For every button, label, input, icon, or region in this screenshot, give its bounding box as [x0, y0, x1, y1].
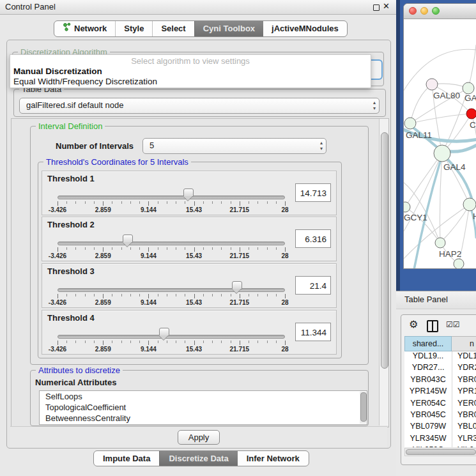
- tab-infer-network[interactable]: Infer Network: [238, 451, 309, 466]
- close-traffic-light-icon[interactable]: [409, 7, 417, 15]
- slider-thumb[interactable]: [159, 328, 169, 336]
- threshold-3-slider[interactable]: -3.4262.8599.14415.4321.71528: [58, 264, 285, 307]
- tick-label: -3.426: [49, 206, 66, 213]
- cell-name[interactable]: YBR0: [452, 410, 476, 422]
- tick-label: 9.144: [141, 252, 157, 259]
- cell-name[interactable]: YER0: [452, 399, 476, 410]
- table-row[interactable]: YBL079WYBL0: [404, 422, 476, 433]
- cell-shared-name[interactable]: YIL052C: [404, 445, 452, 447]
- apply-button[interactable]: Apply: [178, 430, 220, 445]
- cell-shared-name[interactable]: YDR27...: [404, 363, 452, 374]
- cell-shared-name[interactable]: YDL19...: [404, 351, 452, 363]
- cell-name[interactable]: YIL0: [452, 445, 474, 447]
- cell-name[interactable]: YBR0: [452, 375, 476, 387]
- slider-tick: [85, 294, 86, 296]
- slider-tick: [58, 341, 58, 345]
- network-node[interactable]: [435, 238, 445, 248]
- network-node[interactable]: [463, 198, 476, 211]
- tab-select[interactable]: Select: [152, 21, 194, 36]
- slider-thumb[interactable]: [183, 188, 194, 197]
- vertical-scrollbar[interactable]: [379, 119, 388, 426]
- network-node[interactable]: [466, 109, 476, 119]
- slider-tick: [285, 201, 286, 206]
- cell-shared-name[interactable]: YBR043C: [404, 375, 452, 387]
- list-item[interactable]: SelfLoops: [45, 392, 82, 401]
- cell-name[interactable]: YBL0: [452, 422, 476, 433]
- table-data-combobox[interactable]: galFiltered.sif default node ▴▾: [19, 98, 380, 114]
- tab-cyni-toolbox[interactable]: Cyni Toolbox: [194, 21, 263, 36]
- cell-shared-name[interactable]: YER054C: [404, 399, 452, 410]
- threshold-value-field[interactable]: 11.344: [295, 323, 331, 341]
- slider-track[interactable]: [58, 335, 285, 339]
- network-node[interactable]: [454, 259, 464, 268]
- horizontal-scrollbar[interactable]: [404, 448, 476, 456]
- table-row[interactable]: YBR045CYBR0: [404, 410, 476, 422]
- minimize-traffic-light-icon[interactable]: [420, 7, 428, 15]
- split-columns-icon[interactable]: [427, 320, 438, 332]
- network-view-window[interactable]: GAL80GACGAL11GAL4GCY1HHAP2: [403, 3, 476, 269]
- network-canvas[interactable]: GAL80GACGAL11GAL4GCY1HHAP2: [404, 19, 476, 268]
- table-row[interactable]: YDR27...YDR2: [404, 363, 476, 374]
- float-window-icon[interactable]: [373, 4, 380, 11]
- tab-style[interactable]: Style: [115, 21, 152, 36]
- table-row[interactable]: YER054CYER0: [404, 399, 476, 410]
- cell-shared-name[interactable]: YBL079W: [404, 422, 452, 433]
- table-row[interactable]: YLR345WYLR3: [404, 434, 476, 445]
- settings-gear-icon[interactable]: ⚙: [409, 318, 418, 330]
- threshold-1-slider[interactable]: -3.4262.8599.14415.4321.71528: [58, 171, 285, 215]
- number-of-intervals-combobox[interactable]: 5 ▴▾: [142, 138, 326, 154]
- threshold-value-field[interactable]: 21.4: [295, 276, 331, 295]
- tab-impute-data[interactable]: Impute Data: [94, 451, 159, 466]
- window-titlebar[interactable]: [404, 4, 476, 19]
- cell-name[interactable]: YPR1: [452, 387, 476, 398]
- network-node[interactable]: [463, 82, 474, 94]
- slider-thumb[interactable]: [232, 281, 242, 289]
- cell-shared-name[interactable]: YLR345W: [404, 434, 452, 445]
- threshold-4-slider[interactable]: -3.4262.8599.14415.4321.71528: [58, 311, 285, 354]
- table-row[interactable]: YIL052CYIL0: [404, 445, 476, 447]
- close-icon[interactable]: ✕: [383, 1, 390, 11]
- slider-track[interactable]: [58, 242, 285, 245]
- list-item[interactable]: TopologicalCoefficient: [45, 403, 126, 412]
- cell-name[interactable]: YDR2: [452, 363, 476, 374]
- cell-shared-name[interactable]: YPR145W: [404, 387, 452, 398]
- tab-discretize-data[interactable]: Discretize Data: [159, 451, 237, 466]
- threshold-2-slider[interactable]: -3.4262.8599.14415.4321.71528: [58, 217, 285, 261]
- network-node[interactable]: [404, 118, 416, 129]
- combobox-value: 5: [150, 141, 154, 150]
- slider-tick: [176, 294, 176, 296]
- scrollbar-thumb[interactable]: [406, 449, 476, 455]
- zoom-traffic-light-icon[interactable]: [432, 7, 440, 15]
- dropdown-option-equal-width-frequency[interactable]: Equal Width/Frequency Discretization: [13, 77, 157, 86]
- network-node[interactable]: [434, 145, 450, 162]
- node-label: GAL11: [406, 130, 432, 140]
- table-row[interactable]: YPR145WYPR1: [404, 387, 476, 398]
- slider-thumb[interactable]: [123, 234, 133, 243]
- scrollbar-thumb[interactable]: [381, 132, 388, 369]
- cell-name[interactable]: YDL1: [452, 351, 476, 363]
- list-scrollbar[interactable]: [360, 392, 366, 424]
- cell-name[interactable]: YLR3: [452, 434, 476, 445]
- table-row[interactable]: YBR043CYBR0: [404, 375, 476, 387]
- dropdown-option-manual-discretization[interactable]: Manual Discretization: [13, 66, 102, 76]
- slider-track[interactable]: [58, 288, 285, 292]
- list-item[interactable]: BetweennessCentrality: [45, 413, 130, 423]
- slider-tick: [185, 247, 185, 250]
- select-columns-checkboxes-icon[interactable]: ☑☑: [446, 320, 460, 329]
- threshold-value-field[interactable]: 6.316: [295, 229, 331, 248]
- network-node[interactable]: [426, 79, 438, 90]
- slider-tick: [130, 247, 131, 250]
- network-node[interactable]: [404, 202, 410, 212]
- cell-shared-name[interactable]: YBR045C: [404, 410, 452, 422]
- tab-network[interactable]: Network: [54, 21, 115, 36]
- threshold-value-field[interactable]: 14.713: [295, 183, 331, 202]
- scrollbar-thumb[interactable]: [360, 392, 367, 422]
- slider-track[interactable]: [58, 196, 285, 199]
- column-header-shared-name[interactable]: shared...: [404, 336, 452, 351]
- table-row[interactable]: YDL19...YDL1: [404, 351, 476, 363]
- numerical-attributes-list[interactable]: SelfLoops TopologicalCoefficient Between…: [39, 390, 367, 425]
- column-header-name[interactable]: n: [452, 336, 476, 351]
- slider-tick: [139, 294, 140, 296]
- tab-jactivemnodules[interactable]: jActiveMNodules: [263, 21, 347, 36]
- table-body[interactable]: YDL19...YDL1YDR27...YDR2YBR043CYBR0YPR14…: [404, 351, 476, 447]
